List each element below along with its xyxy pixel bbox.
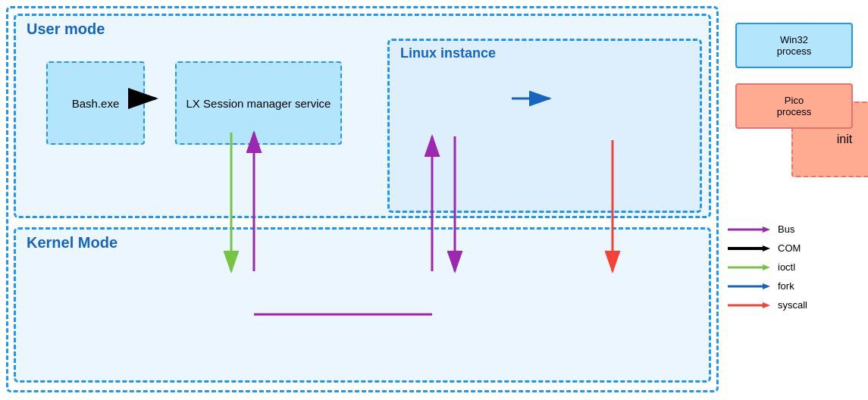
legend-syscall-label: syscall [778,299,807,311]
svg-marker-15 [763,245,770,252]
fork-arrow-icon [728,281,773,292]
bash-exe-label: Bash.exe [72,97,120,110]
kernel-mode-label: Kernel Mode [27,234,118,252]
svg-marker-17 [763,264,770,270]
ioctl-arrow-icon [728,262,773,273]
syscall-arrow-icon [728,300,773,311]
legend-container: Bus COM ioctl fork [728,223,860,318]
com-arrow-icon [728,243,773,254]
kernel-mode-section: Kernel Mode LXCore/LXSS [14,227,711,383]
legend-item-com: COM [728,242,860,254]
legend-com-label: COM [778,242,801,254]
user-mode-label: User mode [27,20,105,38]
diagram-container: User mode Bash.exe LX Session manager se… [0,0,868,400]
svg-marker-13 [763,227,770,233]
lx-session-label: LX Session manager service [186,97,331,110]
legend-bus-label: Bus [778,223,794,235]
svg-marker-21 [763,302,770,308]
lx-session-box: LX Session manager service [175,61,342,145]
linux-instance-label: Linux instance [400,45,496,61]
legend-item-ioctl: ioctl [728,261,860,273]
legend-item-syscall: syscall [728,299,860,311]
pico-label: Pico process [777,95,812,117]
legend-ioctl-label: ioctl [778,261,795,273]
legend-item-fork: fork [728,280,860,292]
pico-process-box: Pico process [735,83,853,129]
svg-marker-19 [763,283,770,289]
bus-arrow-icon [728,224,773,235]
legend-item-bus: Bus [728,223,860,235]
init-label: init [837,133,852,146]
user-mode-section: User mode Bash.exe LX Session manager se… [14,14,711,218]
win32-process-box: Win32 process [735,23,853,68]
bash-exe-box: Bash.exe [46,61,145,145]
win32-label: Win32 process [777,34,812,57]
linux-instance-section: Linux instance init /bin/bash [387,39,702,213]
legend-fork-label: fork [778,280,794,292]
